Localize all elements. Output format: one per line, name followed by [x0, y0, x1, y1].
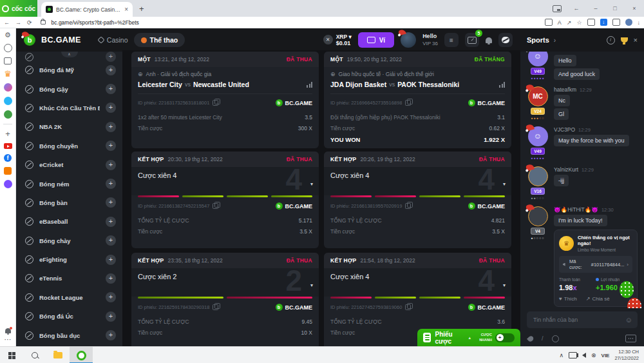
wallet-button[interactable]: Ví — [358, 32, 394, 48]
new-tab-button[interactable]: + — [139, 4, 144, 14]
taskbar-clock[interactable]: 12:30 CH 27/12/2022 — [614, 349, 639, 362]
sidebar-item[interactable]: Bóng bàn + — [16, 193, 122, 212]
taskbar-search-button[interactable] — [23, 347, 46, 363]
expand-caret-icon[interactable]: ▾ — [503, 282, 506, 288]
bet-card[interactable]: KẾT HỢP 20:26, 19 thg 12, 2022 ĐÃ THUA C… — [324, 152, 511, 248]
downloads-icon[interactable]: ↓ — [638, 19, 641, 26]
expand-plus-button[interactable]: + — [106, 330, 116, 340]
expand-plus-button[interactable]: + — [106, 217, 116, 227]
expand-caret-icon[interactable]: ▾ — [310, 282, 313, 288]
download-manager-icon[interactable]: ↓ — [600, 19, 607, 26]
expand-plus-button[interactable]: + — [106, 103, 116, 113]
youtube-icon[interactable] — [4, 143, 12, 149]
extension-icon[interactable] — [612, 19, 620, 26]
back-button[interactable]: ← — [4, 19, 10, 26]
avatar[interactable]: MC — [528, 86, 548, 106]
bet-card[interactable]: KẾT HỢP 20:30, 19 thg 12, 2022 ĐÃ THUA C… — [131, 152, 319, 248]
copy-icon[interactable] — [405, 203, 411, 209]
username[interactable]: 😈🔥HiTHiT🔥😈 — [554, 206, 598, 213]
reading-list-icon[interactable] — [4, 57, 12, 64]
https-lock-icon[interactable] — [41, 20, 46, 25]
copy-icon[interactable] — [213, 100, 218, 106]
expand-plus-button[interactable]: + — [106, 292, 116, 302]
like-button[interactable]: ♥Thích — [559, 296, 577, 302]
window-maximize-button[interactable]: □ — [605, 0, 625, 17]
settings-gear-icon[interactable]: ⚙ — [5, 32, 11, 39]
username[interactable]: YalnizKurt — [554, 166, 578, 173]
sidebar-item[interactable]: Bóng bầu dục + — [16, 326, 122, 344]
nav-casino[interactable]: Casino — [99, 36, 128, 44]
quick-bet-toggle[interactable]: + — [495, 333, 515, 342]
volume-icon[interactable] — [582, 353, 586, 358]
sidebar-item[interactable]: Khúc Côn Cầu Trên Băng + — [16, 99, 122, 117]
copy-icon[interactable] — [405, 100, 411, 106]
expand-caret-icon[interactable]: ▾ — [503, 181, 506, 187]
expand-plus-button[interactable]: + — [106, 311, 116, 322]
sidebar-item[interactable]: eBaseball + — [16, 212, 122, 231]
expand-caret-icon[interactable]: ▾ — [310, 181, 313, 187]
sidebar-item[interactable]: Rocket League + — [16, 288, 122, 307]
rain-tip-icon[interactable] — [527, 335, 535, 342]
currency-selector[interactable]: ✕ XRP ▾ $0.01 — [323, 34, 352, 47]
bet-card[interactable]: MỘT 13:21, 24 thg 12, 2022 ĐÃ THUA ⊕Anh … — [131, 52, 319, 148]
chat-close-icon[interactable]: × — [634, 36, 638, 44]
sidebar-item[interactable]: eTennis + — [16, 269, 122, 288]
share-button[interactable]: ↗Chia sẻ — [586, 296, 610, 302]
expand-plus-button[interactable]: + — [106, 52, 116, 62]
bookmark-star-icon[interactable]: ☆ — [576, 19, 582, 26]
sidebar-item[interactable]: Bóng chày + — [16, 231, 122, 250]
sidebar-item[interactable]: eCricket + — [16, 155, 122, 174]
expand-plus-button[interactable]: + — [106, 197, 116, 208]
reload-button[interactable]: ⟳ — [27, 19, 32, 26]
messenger-icon[interactable] — [4, 83, 12, 92]
history-icon[interactable] — [4, 44, 12, 52]
expand-plus-button[interactable]: + — [106, 65, 116, 75]
coin-drop-icon[interactable] — [552, 335, 559, 342]
expand-plus-button[interactable]: + — [106, 179, 116, 189]
bet-card[interactable]: KẾT HỢP 23:35, 18 thg 12, 2022 ĐÃ THUA C… — [131, 253, 319, 346]
expand-plus-button[interactable]: + — [106, 273, 116, 284]
expand-plus-button[interactable]: + — [106, 255, 116, 265]
bet-list-button[interactable]: ≡ — [444, 33, 459, 47]
forward-button[interactable]: → — [15, 19, 21, 26]
avatar[interactable]: ☺ — [528, 52, 548, 66]
trophy-icon[interactable] — [621, 37, 628, 43]
url-text[interactable]: bc.game/vi/sports?bt-path=%2Fbets — [52, 19, 139, 26]
expand-plus-button[interactable]: + — [106, 84, 116, 94]
expand-plus-button[interactable]: + — [106, 122, 116, 132]
bet-code-row[interactable]: Mã cược: #1011764844... › — [559, 256, 632, 273]
profile-avatar[interactable] — [625, 19, 632, 26]
share-icon[interactable]: ↗ — [567, 19, 572, 26]
dice-app-icon[interactable] — [4, 180, 12, 188]
expand-plus-button[interactable]: + — [106, 160, 116, 170]
gif-keyboard-icon[interactable] — [625, 335, 636, 342]
start-button[interactable] — [0, 347, 23, 363]
window-close-button[interactable]: × — [625, 0, 644, 17]
sidebar-item[interactable]: Bóng đá Úc + — [16, 307, 122, 326]
emoji-smiley-icon[interactable]: ☺ — [625, 316, 632, 324]
avatar[interactable]: ☺ — [528, 126, 548, 146]
chat-message-input[interactable] — [532, 316, 621, 324]
orange-app-icon[interactable] — [4, 167, 12, 175]
chat-toggle-button[interactable] — [498, 33, 513, 47]
file-explorer-button[interactable] — [46, 347, 70, 363]
username[interactable]: VJC3PO — [554, 126, 575, 133]
facebook-icon[interactable]: f — [4, 154, 12, 162]
avatar[interactable] — [528, 206, 548, 226]
user-info[interactable]: Hello VIP 36 — [422, 33, 438, 46]
betslip-bar[interactable]: Phiếu cược ▴ CƯỢC NHANH + — [417, 329, 520, 346]
bcgame-logo-text[interactable]: BC.GAME — [41, 35, 81, 44]
crown-rewards-icon[interactable]: ♛ — [4, 70, 12, 78]
pip-button[interactable] — [547, 0, 567, 17]
user-avatar[interactable] — [401, 32, 416, 48]
username[interactable]: hateafkm — [554, 86, 576, 93]
blue-app-icon[interactable] — [4, 97, 12, 105]
expand-plus-button[interactable]: + — [106, 141, 116, 151]
rail-more-icon[interactable]: ⋯ — [5, 336, 12, 343]
game-controller-icon[interactable] — [4, 110, 12, 119]
match-stats-icon[interactable] — [307, 82, 312, 88]
tab-close-icon[interactable]: × — [124, 6, 128, 13]
shared-win-card[interactable]: ♛ Chiến thắng có vị ngọt ngào! Limbo Wow… — [554, 230, 638, 308]
tray-app-icon[interactable]: ⊗ — [591, 352, 596, 358]
sidebar-item[interactable]: Bóng đá Mỹ + — [16, 61, 122, 79]
